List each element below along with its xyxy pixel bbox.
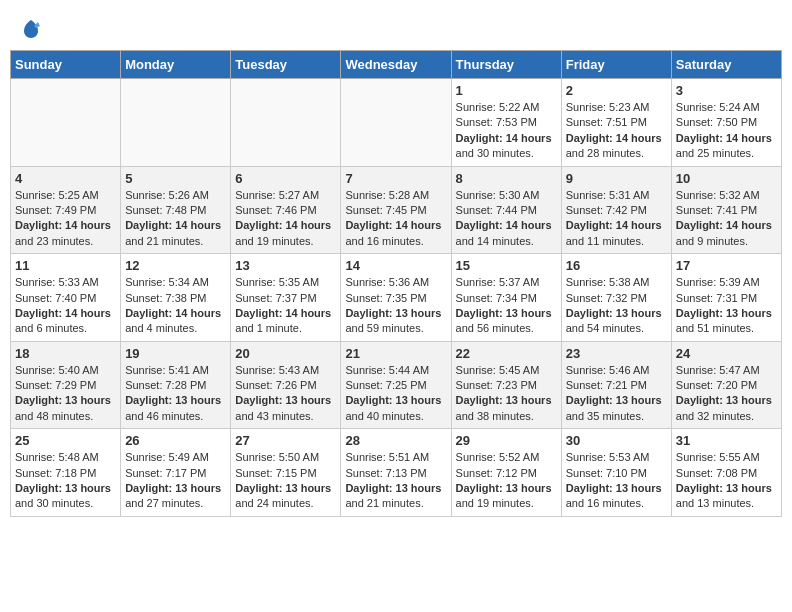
day-number: 28	[345, 433, 446, 448]
day-number: 3	[676, 83, 777, 98]
week-row-1: 1Sunrise: 5:22 AMSunset: 7:53 PMDaylight…	[11, 79, 782, 167]
calendar-table: SundayMondayTuesdayWednesdayThursdayFrid…	[10, 50, 782, 517]
day-number: 7	[345, 171, 446, 186]
day-header-thursday: Thursday	[451, 51, 561, 79]
calendar-cell: 6Sunrise: 5:27 AMSunset: 7:46 PMDaylight…	[231, 166, 341, 254]
calendar-cell	[121, 79, 231, 167]
calendar-cell: 7Sunrise: 5:28 AMSunset: 7:45 PMDaylight…	[341, 166, 451, 254]
day-info: Sunrise: 5:22 AMSunset: 7:53 PMDaylight:…	[456, 100, 557, 162]
calendar-cell	[231, 79, 341, 167]
general-blue-icon	[20, 18, 42, 40]
calendar-cell: 13Sunrise: 5:35 AMSunset: 7:37 PMDayligh…	[231, 254, 341, 342]
calendar-cell	[11, 79, 121, 167]
calendar-cell: 1Sunrise: 5:22 AMSunset: 7:53 PMDaylight…	[451, 79, 561, 167]
day-info: Sunrise: 5:48 AMSunset: 7:18 PMDaylight:…	[15, 450, 116, 512]
day-header-saturday: Saturday	[671, 51, 781, 79]
days-header-row: SundayMondayTuesdayWednesdayThursdayFrid…	[11, 51, 782, 79]
calendar-cell: 5Sunrise: 5:26 AMSunset: 7:48 PMDaylight…	[121, 166, 231, 254]
week-row-2: 4Sunrise: 5:25 AMSunset: 7:49 PMDaylight…	[11, 166, 782, 254]
calendar-cell: 24Sunrise: 5:47 AMSunset: 7:20 PMDayligh…	[671, 341, 781, 429]
day-header-wednesday: Wednesday	[341, 51, 451, 79]
page-header	[10, 10, 782, 44]
calendar-cell: 31Sunrise: 5:55 AMSunset: 7:08 PMDayligh…	[671, 429, 781, 517]
day-info: Sunrise: 5:43 AMSunset: 7:26 PMDaylight:…	[235, 363, 336, 425]
calendar-cell: 23Sunrise: 5:46 AMSunset: 7:21 PMDayligh…	[561, 341, 671, 429]
day-number: 6	[235, 171, 336, 186]
day-info: Sunrise: 5:38 AMSunset: 7:32 PMDaylight:…	[566, 275, 667, 337]
day-info: Sunrise: 5:40 AMSunset: 7:29 PMDaylight:…	[15, 363, 116, 425]
day-info: Sunrise: 5:53 AMSunset: 7:10 PMDaylight:…	[566, 450, 667, 512]
calendar-cell: 12Sunrise: 5:34 AMSunset: 7:38 PMDayligh…	[121, 254, 231, 342]
day-number: 24	[676, 346, 777, 361]
day-info: Sunrise: 5:52 AMSunset: 7:12 PMDaylight:…	[456, 450, 557, 512]
day-number: 11	[15, 258, 116, 273]
day-number: 10	[676, 171, 777, 186]
calendar-cell: 14Sunrise: 5:36 AMSunset: 7:35 PMDayligh…	[341, 254, 451, 342]
calendar-cell: 26Sunrise: 5:49 AMSunset: 7:17 PMDayligh…	[121, 429, 231, 517]
day-number: 14	[345, 258, 446, 273]
day-info: Sunrise: 5:32 AMSunset: 7:41 PMDaylight:…	[676, 188, 777, 250]
calendar-cell: 29Sunrise: 5:52 AMSunset: 7:12 PMDayligh…	[451, 429, 561, 517]
week-row-3: 11Sunrise: 5:33 AMSunset: 7:40 PMDayligh…	[11, 254, 782, 342]
day-number: 2	[566, 83, 667, 98]
day-info: Sunrise: 5:24 AMSunset: 7:50 PMDaylight:…	[676, 100, 777, 162]
day-number: 12	[125, 258, 226, 273]
calendar-cell: 11Sunrise: 5:33 AMSunset: 7:40 PMDayligh…	[11, 254, 121, 342]
day-number: 4	[15, 171, 116, 186]
day-number: 27	[235, 433, 336, 448]
day-info: Sunrise: 5:50 AMSunset: 7:15 PMDaylight:…	[235, 450, 336, 512]
day-number: 9	[566, 171, 667, 186]
day-number: 31	[676, 433, 777, 448]
day-info: Sunrise: 5:23 AMSunset: 7:51 PMDaylight:…	[566, 100, 667, 162]
calendar-cell: 2Sunrise: 5:23 AMSunset: 7:51 PMDaylight…	[561, 79, 671, 167]
day-number: 19	[125, 346, 226, 361]
day-info: Sunrise: 5:27 AMSunset: 7:46 PMDaylight:…	[235, 188, 336, 250]
calendar-cell	[341, 79, 451, 167]
day-info: Sunrise: 5:31 AMSunset: 7:42 PMDaylight:…	[566, 188, 667, 250]
day-number: 13	[235, 258, 336, 273]
day-info: Sunrise: 5:47 AMSunset: 7:20 PMDaylight:…	[676, 363, 777, 425]
day-number: 25	[15, 433, 116, 448]
day-info: Sunrise: 5:37 AMSunset: 7:34 PMDaylight:…	[456, 275, 557, 337]
calendar-cell: 17Sunrise: 5:39 AMSunset: 7:31 PMDayligh…	[671, 254, 781, 342]
day-number: 5	[125, 171, 226, 186]
day-info: Sunrise: 5:34 AMSunset: 7:38 PMDaylight:…	[125, 275, 226, 337]
calendar-cell: 27Sunrise: 5:50 AMSunset: 7:15 PMDayligh…	[231, 429, 341, 517]
day-number: 20	[235, 346, 336, 361]
calendar-cell: 4Sunrise: 5:25 AMSunset: 7:49 PMDaylight…	[11, 166, 121, 254]
day-info: Sunrise: 5:28 AMSunset: 7:45 PMDaylight:…	[345, 188, 446, 250]
day-info: Sunrise: 5:49 AMSunset: 7:17 PMDaylight:…	[125, 450, 226, 512]
day-info: Sunrise: 5:30 AMSunset: 7:44 PMDaylight:…	[456, 188, 557, 250]
day-info: Sunrise: 5:55 AMSunset: 7:08 PMDaylight:…	[676, 450, 777, 512]
day-info: Sunrise: 5:36 AMSunset: 7:35 PMDaylight:…	[345, 275, 446, 337]
calendar-cell: 8Sunrise: 5:30 AMSunset: 7:44 PMDaylight…	[451, 166, 561, 254]
day-info: Sunrise: 5:51 AMSunset: 7:13 PMDaylight:…	[345, 450, 446, 512]
calendar-cell: 18Sunrise: 5:40 AMSunset: 7:29 PMDayligh…	[11, 341, 121, 429]
day-info: Sunrise: 5:26 AMSunset: 7:48 PMDaylight:…	[125, 188, 226, 250]
week-row-4: 18Sunrise: 5:40 AMSunset: 7:29 PMDayligh…	[11, 341, 782, 429]
calendar-cell: 3Sunrise: 5:24 AMSunset: 7:50 PMDaylight…	[671, 79, 781, 167]
day-number: 17	[676, 258, 777, 273]
day-number: 18	[15, 346, 116, 361]
day-info: Sunrise: 5:35 AMSunset: 7:37 PMDaylight:…	[235, 275, 336, 337]
day-info: Sunrise: 5:25 AMSunset: 7:49 PMDaylight:…	[15, 188, 116, 250]
calendar-cell: 19Sunrise: 5:41 AMSunset: 7:28 PMDayligh…	[121, 341, 231, 429]
day-info: Sunrise: 5:46 AMSunset: 7:21 PMDaylight:…	[566, 363, 667, 425]
day-header-friday: Friday	[561, 51, 671, 79]
calendar-cell: 20Sunrise: 5:43 AMSunset: 7:26 PMDayligh…	[231, 341, 341, 429]
day-info: Sunrise: 5:45 AMSunset: 7:23 PMDaylight:…	[456, 363, 557, 425]
day-number: 26	[125, 433, 226, 448]
calendar-cell: 21Sunrise: 5:44 AMSunset: 7:25 PMDayligh…	[341, 341, 451, 429]
day-number: 23	[566, 346, 667, 361]
day-info: Sunrise: 5:41 AMSunset: 7:28 PMDaylight:…	[125, 363, 226, 425]
calendar-cell: 28Sunrise: 5:51 AMSunset: 7:13 PMDayligh…	[341, 429, 451, 517]
day-info: Sunrise: 5:33 AMSunset: 7:40 PMDaylight:…	[15, 275, 116, 337]
day-number: 29	[456, 433, 557, 448]
day-info: Sunrise: 5:44 AMSunset: 7:25 PMDaylight:…	[345, 363, 446, 425]
calendar-cell: 15Sunrise: 5:37 AMSunset: 7:34 PMDayligh…	[451, 254, 561, 342]
week-row-5: 25Sunrise: 5:48 AMSunset: 7:18 PMDayligh…	[11, 429, 782, 517]
calendar-cell: 22Sunrise: 5:45 AMSunset: 7:23 PMDayligh…	[451, 341, 561, 429]
day-number: 15	[456, 258, 557, 273]
day-header-monday: Monday	[121, 51, 231, 79]
day-header-tuesday: Tuesday	[231, 51, 341, 79]
